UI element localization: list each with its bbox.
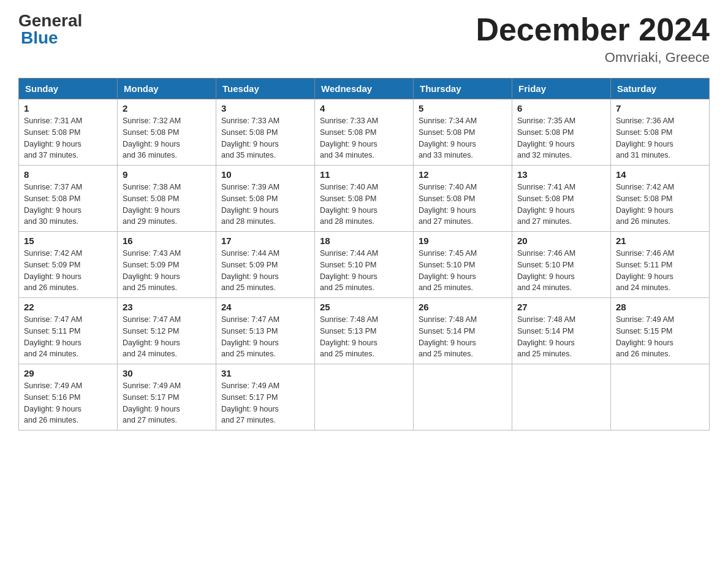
table-row: 24 Sunrise: 7:47 AM Sunset: 5:13 PM Dayl… (216, 298, 315, 364)
table-row: 22 Sunrise: 7:47 AM Sunset: 5:11 PM Dayl… (19, 298, 118, 364)
table-row: 5 Sunrise: 7:34 AM Sunset: 5:08 PM Dayli… (414, 99, 512, 166)
table-row: 12 Sunrise: 7:40 AM Sunset: 5:08 PM Dayl… (414, 166, 512, 232)
day-info: Sunrise: 7:35 AM Sunset: 5:08 PM Dayligh… (517, 115, 605, 161)
day-info: Sunrise: 7:44 AM Sunset: 5:10 PM Dayligh… (320, 248, 408, 294)
table-row: 28 Sunrise: 7:49 AM Sunset: 5:15 PM Dayl… (611, 298, 710, 364)
day-number: 9 (123, 169, 211, 180)
header-monday: Monday (118, 79, 216, 99)
logo-blue-text: Blue (21, 29, 58, 47)
day-number: 21 (616, 236, 704, 246)
calendar-week-row: 22 Sunrise: 7:47 AM Sunset: 5:11 PM Dayl… (19, 298, 710, 364)
day-info: Sunrise: 7:32 AM Sunset: 5:08 PM Dayligh… (123, 115, 211, 161)
day-number: 8 (24, 169, 112, 180)
calendar-subtitle: Omvriaki, Greece (476, 50, 710, 66)
table-row: 31 Sunrise: 7:49 AM Sunset: 5:17 PM Dayl… (216, 364, 315, 431)
table-row: 2 Sunrise: 7:32 AM Sunset: 5:08 PM Dayli… (118, 99, 216, 166)
table-row: 27 Sunrise: 7:48 AM Sunset: 5:14 PM Dayl… (512, 298, 611, 364)
calendar-table: Sunday Monday Tuesday Wednesday Thursday… (18, 78, 710, 431)
day-info: Sunrise: 7:42 AM Sunset: 5:09 PM Dayligh… (24, 248, 112, 294)
day-number: 23 (123, 302, 211, 312)
day-number: 1 (24, 103, 112, 113)
day-number: 16 (123, 236, 211, 246)
table-row: 25 Sunrise: 7:48 AM Sunset: 5:13 PM Dayl… (315, 298, 414, 364)
header-thursday: Thursday (414, 79, 512, 99)
day-info: Sunrise: 7:43 AM Sunset: 5:09 PM Dayligh… (123, 248, 211, 294)
table-row: 3 Sunrise: 7:33 AM Sunset: 5:08 PM Dayli… (216, 99, 315, 166)
calendar-week-row: 1 Sunrise: 7:31 AM Sunset: 5:08 PM Dayli… (19, 99, 710, 166)
table-row: 7 Sunrise: 7:36 AM Sunset: 5:08 PM Dayli… (611, 99, 710, 166)
table-row: 4 Sunrise: 7:33 AM Sunset: 5:08 PM Dayli… (315, 99, 414, 166)
header-saturday: Saturday (611, 79, 710, 99)
day-info: Sunrise: 7:39 AM Sunset: 5:08 PM Dayligh… (221, 182, 309, 228)
table-row: 19 Sunrise: 7:45 AM Sunset: 5:10 PM Dayl… (414, 232, 512, 298)
table-row: 16 Sunrise: 7:43 AM Sunset: 5:09 PM Dayl… (118, 232, 216, 298)
day-info: Sunrise: 7:37 AM Sunset: 5:08 PM Dayligh… (24, 182, 112, 228)
day-number: 6 (517, 103, 605, 113)
day-info: Sunrise: 7:34 AM Sunset: 5:08 PM Dayligh… (419, 115, 507, 161)
table-row: 23 Sunrise: 7:47 AM Sunset: 5:12 PM Dayl… (118, 298, 216, 364)
day-number: 25 (320, 302, 408, 312)
day-number: 3 (221, 103, 309, 113)
day-info: Sunrise: 7:41 AM Sunset: 5:08 PM Dayligh… (517, 182, 605, 228)
day-info: Sunrise: 7:49 AM Sunset: 5:17 PM Dayligh… (221, 380, 309, 426)
day-number: 2 (123, 103, 211, 113)
day-info: Sunrise: 7:48 AM Sunset: 5:14 PM Dayligh… (419, 314, 507, 360)
table-row: 14 Sunrise: 7:42 AM Sunset: 5:08 PM Dayl… (611, 166, 710, 232)
day-number: 31 (221, 368, 309, 378)
day-number: 27 (517, 302, 605, 312)
day-info: Sunrise: 7:47 AM Sunset: 5:11 PM Dayligh… (24, 314, 112, 360)
day-info: Sunrise: 7:33 AM Sunset: 5:08 PM Dayligh… (320, 115, 408, 161)
day-number: 19 (419, 236, 507, 246)
day-info: Sunrise: 7:40 AM Sunset: 5:08 PM Dayligh… (320, 182, 408, 228)
logo: General Blue (18, 12, 82, 47)
day-number: 4 (320, 103, 408, 113)
day-number: 18 (320, 236, 408, 246)
day-number: 10 (221, 169, 309, 180)
day-number: 30 (123, 368, 211, 378)
calendar-week-row: 8 Sunrise: 7:37 AM Sunset: 5:08 PM Dayli… (19, 166, 710, 232)
day-info: Sunrise: 7:42 AM Sunset: 5:08 PM Dayligh… (616, 182, 704, 228)
day-number: 20 (517, 236, 605, 246)
table-row: 26 Sunrise: 7:48 AM Sunset: 5:14 PM Dayl… (414, 298, 512, 364)
day-number: 28 (616, 302, 704, 312)
day-info: Sunrise: 7:46 AM Sunset: 5:11 PM Dayligh… (616, 248, 704, 294)
title-block: December 2024 Omvriaki, Greece (476, 12, 710, 66)
day-info: Sunrise: 7:36 AM Sunset: 5:08 PM Dayligh… (616, 115, 704, 161)
day-number: 7 (616, 103, 704, 113)
day-info: Sunrise: 7:45 AM Sunset: 5:10 PM Dayligh… (419, 248, 507, 294)
day-info: Sunrise: 7:31 AM Sunset: 5:08 PM Dayligh… (24, 115, 112, 161)
day-number: 12 (419, 169, 507, 180)
day-info: Sunrise: 7:46 AM Sunset: 5:10 PM Dayligh… (517, 248, 605, 294)
day-info: Sunrise: 7:44 AM Sunset: 5:09 PM Dayligh… (221, 248, 309, 294)
table-row: 11 Sunrise: 7:40 AM Sunset: 5:08 PM Dayl… (315, 166, 414, 232)
header-wednesday: Wednesday (315, 79, 414, 99)
day-number: 5 (419, 103, 507, 113)
table-row: 15 Sunrise: 7:42 AM Sunset: 5:09 PM Dayl… (19, 232, 118, 298)
table-row (315, 364, 414, 431)
table-row: 17 Sunrise: 7:44 AM Sunset: 5:09 PM Dayl… (216, 232, 315, 298)
day-info: Sunrise: 7:49 AM Sunset: 5:17 PM Dayligh… (123, 380, 211, 426)
day-info: Sunrise: 7:38 AM Sunset: 5:08 PM Dayligh… (123, 182, 211, 228)
header-friday: Friday (512, 79, 611, 99)
header-tuesday: Tuesday (216, 79, 315, 99)
table-row (512, 364, 611, 431)
day-info: Sunrise: 7:48 AM Sunset: 5:13 PM Dayligh… (320, 314, 408, 360)
header-sunday: Sunday (19, 79, 118, 99)
day-info: Sunrise: 7:47 AM Sunset: 5:13 PM Dayligh… (221, 314, 309, 360)
table-row (414, 364, 512, 431)
table-row: 20 Sunrise: 7:46 AM Sunset: 5:10 PM Dayl… (512, 232, 611, 298)
day-info: Sunrise: 7:47 AM Sunset: 5:12 PM Dayligh… (123, 314, 211, 360)
calendar-title: December 2024 (476, 12, 710, 47)
table-row: 10 Sunrise: 7:39 AM Sunset: 5:08 PM Dayl… (216, 166, 315, 232)
day-info: Sunrise: 7:49 AM Sunset: 5:15 PM Dayligh… (616, 314, 704, 360)
table-row: 30 Sunrise: 7:49 AM Sunset: 5:17 PM Dayl… (118, 364, 216, 431)
day-number: 26 (419, 302, 507, 312)
day-info: Sunrise: 7:48 AM Sunset: 5:14 PM Dayligh… (517, 314, 605, 360)
table-row: 6 Sunrise: 7:35 AM Sunset: 5:08 PM Dayli… (512, 99, 611, 166)
calendar-week-row: 15 Sunrise: 7:42 AM Sunset: 5:09 PM Dayl… (19, 232, 710, 298)
day-number: 14 (616, 169, 704, 180)
day-number: 29 (24, 368, 112, 378)
day-number: 22 (24, 302, 112, 312)
day-number: 15 (24, 236, 112, 246)
table-row: 8 Sunrise: 7:37 AM Sunset: 5:08 PM Dayli… (19, 166, 118, 232)
